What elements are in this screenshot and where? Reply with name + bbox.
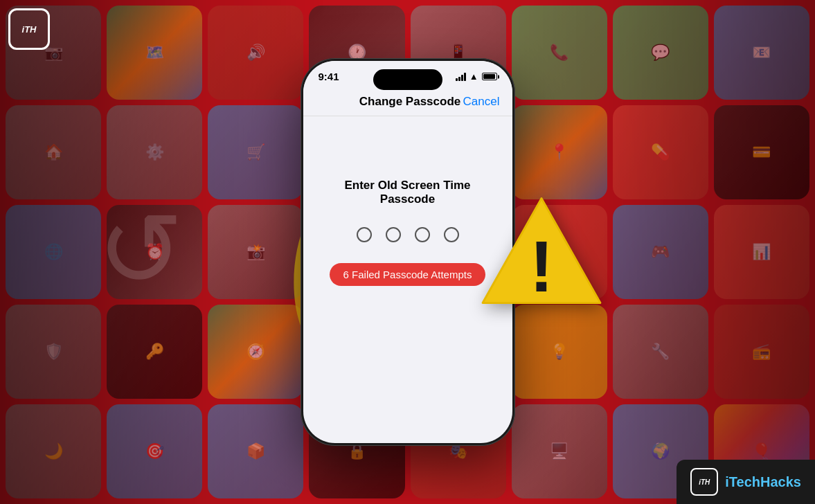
- enter-passcode-prompt: Enter Old Screen Time Passcode: [317, 179, 499, 206]
- wifi-icon: ▲: [469, 71, 478, 82]
- passcode-dot-2: [386, 227, 401, 242]
- brand-bar: iTH iTechHacks: [677, 460, 815, 504]
- dynamic-island: [373, 69, 442, 90]
- ith-logo-text: iTH: [22, 25, 37, 34]
- navigation-bar: Change Passcode Cancel: [303, 88, 512, 116]
- background-refresh-icon: ↺: [97, 190, 222, 314]
- failed-attempts-badge: 6 Failed Passcode Attempts: [330, 263, 486, 286]
- nav-title: Change Passcode: [359, 95, 460, 109]
- passcode-dot-1: [357, 227, 372, 242]
- passcode-dot-4: [444, 227, 459, 242]
- passcode-dots: [357, 227, 459, 242]
- cancel-button[interactable]: Cancel: [463, 95, 500, 109]
- brand-name-suffix: TechHacks: [729, 474, 801, 489]
- battery-icon: [482, 73, 497, 80]
- passcode-dot-3: [415, 227, 430, 242]
- svg-text:!: !: [530, 226, 554, 307]
- status-icons: ▲: [456, 71, 497, 82]
- warning-triangle: !: [476, 192, 607, 312]
- ith-logo: iTH: [8, 8, 50, 50]
- brand-name: iTechHacks: [725, 474, 801, 490]
- status-time: 9:41: [319, 71, 339, 82]
- brand-logo: iTH: [690, 468, 718, 496]
- signal-bars-icon: [456, 73, 466, 81]
- brand-logo-text: iTH: [699, 478, 710, 486]
